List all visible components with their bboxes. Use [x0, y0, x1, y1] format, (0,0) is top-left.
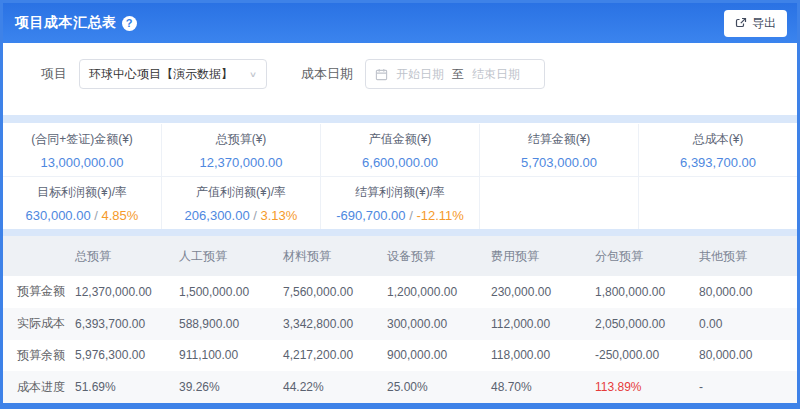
start-date-placeholder: 开始日期 [396, 66, 444, 83]
table-cell: 44.22% [277, 371, 381, 403]
project-filter-label: 项目 [41, 59, 67, 89]
export-button-label: 导出 [752, 15, 776, 32]
column-header: 总预算 [69, 236, 173, 276]
summary-card-value: 206,300.00 / 3.13% [185, 208, 298, 223]
cost-date-range-input[interactable]: 开始日期 至 结束日期 [365, 59, 545, 89]
summary-card-label: (合同+签证)金额(¥) [31, 131, 133, 148]
summary-card-value: 13,000,000.00 [40, 155, 123, 170]
row-label-actual-cost-link[interactable]: 实际成本 [3, 308, 69, 340]
column-header: 设备预算 [381, 236, 485, 276]
table-cell: 118,000.00 [485, 340, 589, 372]
column-header [3, 236, 69, 276]
page-title: 项目成本汇总表 [15, 14, 117, 32]
table-cell: 80,000.00 [693, 340, 797, 372]
table-cell: 900,000.00 [381, 340, 485, 372]
help-icon[interactable]: ? [122, 16, 137, 31]
summary-card-target-profit: 目标利润额(¥)/率 630,000.00 / 4.85% [3, 177, 161, 229]
summary-card-label: 总预算(¥) [216, 131, 267, 148]
table-cell: -250,000.00 [589, 340, 693, 372]
table-header-row: 总预算 人工预算 材料预算 设备预算 费用预算 分包预算 其他预算 [3, 236, 797, 276]
table-cell: 230,000.00 [485, 276, 589, 308]
table-cell: 1,800,000.00 [589, 276, 693, 308]
table-cell: 5,976,300.00 [69, 340, 173, 372]
app-window: 项目成本汇总表 ? 导出 项目 环球中心项目【演示数据】 ∨ 成本日期 [0, 0, 800, 409]
row-label: 预算余额 [3, 340, 69, 372]
table-cell: 112,000.00 [485, 308, 589, 340]
filter-panel: 项目 环球中心项目【演示数据】 ∨ 成本日期 开始日期 至 结束日期 [3, 43, 797, 115]
summary-card-value: 12,370,000.00 [199, 155, 282, 170]
summary-card-output-profit: 产值利润额(¥)/率 206,300.00 / 3.13% [162, 177, 320, 229]
table-cell: 588,900.00 [173, 308, 277, 340]
table-cell: 7,560,000.00 [277, 276, 381, 308]
table-row-actual-cost: 实际成本 6,393,700.00 588,900.00 3,342,800.0… [3, 308, 797, 340]
summary-card-label: 结算金额(¥) [528, 131, 591, 148]
summary-card-total-cost: 总成本(¥) 6,393,700.00 [639, 124, 797, 176]
end-date-placeholder: 结束日期 [472, 66, 520, 83]
export-icon [735, 17, 747, 29]
table-cell: 4,217,200.00 [277, 340, 381, 372]
column-header: 材料预算 [277, 236, 381, 276]
summary-card-contract-amount: (合同+签证)金额(¥) 13,000,000.00 [3, 124, 161, 176]
project-select-value: 环球中心项目【演示数据】 [89, 66, 233, 83]
table-row-budget-amount: 预算金额 12,370,000.00 1,500,000.00 7,560,00… [3, 276, 797, 308]
summary-card-rate: -12.11% [416, 208, 463, 223]
summary-card-value: 5,703,000.00 [521, 155, 597, 170]
summary-panel: (合同+签证)金额(¥) 13,000,000.00 总预算(¥) 12,370… [3, 123, 797, 229]
table-cell: 2,050,000.00 [589, 308, 693, 340]
table-cell: - [693, 371, 797, 403]
summary-card-value: 630,000.00 / 4.85% [26, 208, 139, 223]
summary-card-empty [480, 177, 638, 229]
table-cell: 48.70% [485, 371, 589, 403]
table-cell: 3,342,800.00 [277, 308, 381, 340]
summary-card-value: 6,600,000.00 [362, 155, 438, 170]
summary-card-settlement-profit: 结算利润额(¥)/率 -690,700.00 / -12.11% [321, 177, 479, 229]
summary-card-settlement-amount: 结算金额(¥) 5,703,000.00 [480, 124, 638, 176]
column-header: 人工预算 [173, 236, 277, 276]
table-cell: 12,370,000.00 [69, 276, 173, 308]
summary-card-output-amount: 产值金额(¥) 6,600,000.00 [321, 124, 479, 176]
table-cell: 51.69% [69, 371, 173, 403]
summary-card-label: 总成本(¥) [693, 131, 744, 148]
chevron-down-icon: ∨ [249, 69, 257, 78]
table-cell: 25.00% [381, 371, 485, 403]
summary-card-label: 产值金额(¥) [369, 131, 432, 148]
column-header: 其他预算 [693, 236, 797, 276]
table-cell: 39.26% [173, 371, 277, 403]
project-select[interactable]: 环球中心项目【演示数据】 ∨ [79, 59, 267, 89]
table-cell: 1,200,000.00 [381, 276, 485, 308]
summary-card-label: 产值利润额(¥)/率 [196, 184, 286, 201]
table-cell: 1,500,000.00 [173, 276, 277, 308]
row-label: 成本进度 [3, 371, 69, 403]
date-range-separator: 至 [452, 66, 464, 83]
export-button[interactable]: 导出 [724, 10, 787, 37]
table-cell-over-budget: 113.89% [589, 371, 693, 403]
table-cell: 80,000.00 [693, 276, 797, 308]
cost-date-label: 成本日期 [301, 59, 353, 89]
column-header: 分包预算 [589, 236, 693, 276]
cost-table-panel: 总预算 人工预算 材料预算 设备预算 费用预算 分包预算 其他预算 预算金额 1… [3, 236, 797, 403]
table-cell: 911,100.00 [173, 340, 277, 372]
cost-table: 总预算 人工预算 材料预算 设备预算 费用预算 分包预算 其他预算 预算金额 1… [3, 236, 797, 403]
title-bar: 项目成本汇总表 ? 导出 [3, 3, 797, 43]
summary-card-rate: 4.85% [102, 208, 139, 223]
summary-card-value: -690,700.00 / -12.11% [336, 208, 464, 223]
table-cell: 6,393,700.00 [69, 308, 173, 340]
summary-card-rate: 3.13% [261, 208, 298, 223]
summary-card-value: 6,393,700.00 [680, 155, 756, 170]
summary-card-total-budget: 总预算(¥) 12,370,000.00 [162, 124, 320, 176]
summary-card-label: 目标利润额(¥)/率 [37, 184, 127, 201]
summary-card-label: 结算利润额(¥)/率 [355, 184, 445, 201]
row-label: 预算金额 [3, 276, 69, 308]
summary-card-empty [639, 177, 797, 229]
table-cell: 300,000.00 [381, 308, 485, 340]
table-cell: 0.00 [693, 308, 797, 340]
calendar-icon [375, 68, 388, 81]
column-header: 费用预算 [485, 236, 589, 276]
table-row-cost-progress: 成本进度 51.69% 39.26% 44.22% 25.00% 48.70% … [3, 371, 797, 403]
table-row-budget-balance: 预算余额 5,976,300.00 911,100.00 4,217,200.0… [3, 340, 797, 372]
